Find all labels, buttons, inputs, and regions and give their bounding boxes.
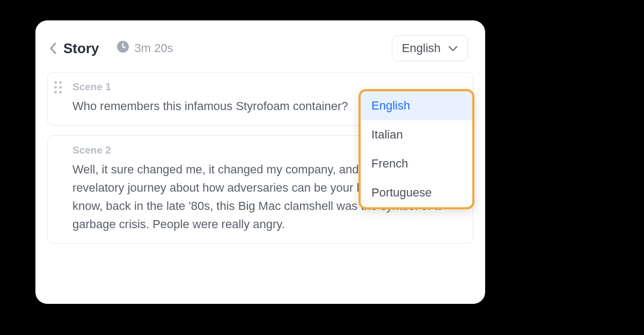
panel-header: Story 3m 20s English [47,33,473,72]
language-option-french[interactable]: French [361,149,472,178]
language-option-italian[interactable]: Italian [361,120,472,149]
language-option-portuguese[interactable]: Portuguese [361,178,472,207]
duration-group: 3m 20s [117,41,173,56]
drag-handle-icon[interactable] [54,81,62,93]
story-panel: Story 3m 20s English Scene 1 Who r [35,20,485,304]
duration-text: 3m 20s [134,41,173,55]
language-option-english[interactable]: English [361,91,472,120]
language-select[interactable]: English [392,35,468,61]
page-title: Story [63,40,99,57]
language-select-value: English [402,41,441,55]
chevron-down-icon [448,41,458,55]
language-dropdown: English Italian French Portuguese [358,89,474,209]
clock-icon [117,41,129,56]
back-button[interactable] [49,42,57,54]
